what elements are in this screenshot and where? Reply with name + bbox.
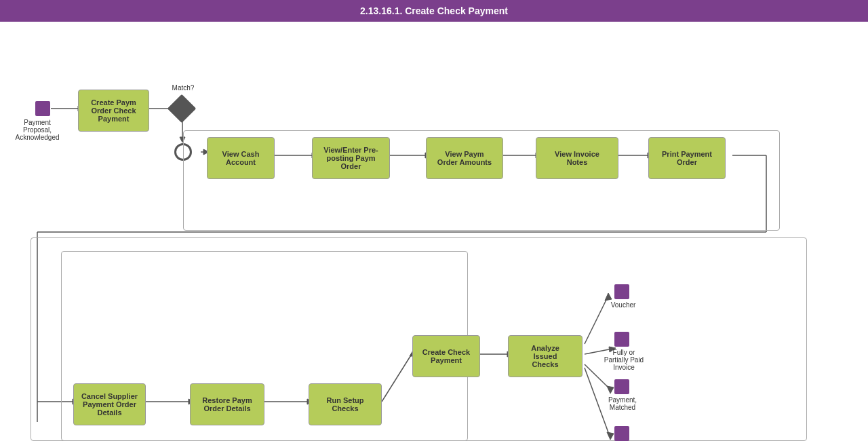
view-paym-amounts-box[interactable]: View PaymOrder Amounts — [426, 137, 503, 179]
start-label: PaymentProposal,Acknowledged — [10, 119, 64, 141]
gateway-diamond — [167, 94, 196, 123]
view-enter-label: View/Enter Pre-posting PaymOrder — [323, 146, 378, 170]
analyze-checks-box[interactable]: AnalyzeIssuedChecks — [508, 335, 583, 377]
payment-matched-label: Payment,Matched — [595, 396, 650, 411]
view-invoice-box[interactable]: View InvoiceNotes — [536, 137, 618, 179]
start-event — [35, 101, 50, 116]
view-cash-label: View CashAccount — [222, 150, 260, 166]
payment-matched-box — [614, 379, 629, 394]
page-title: 2.13.16.1. Create Check Payment — [360, 5, 508, 16]
view-paym-amounts-label: View PaymOrder Amounts — [437, 150, 492, 166]
voucher-label: Voucher — [599, 301, 647, 309]
check-cashed-box — [614, 426, 629, 441]
create-paym-label: Create PaymOrder CheckPayment — [91, 98, 136, 123]
view-enter-box[interactable]: View/Enter Pre-posting PaymOrder — [312, 137, 390, 179]
canvas: PaymentProposal,Acknowledged Create Paym… — [0, 22, 868, 441]
cancel-supplier-box[interactable]: Cancel SupplierPayment OrderDetails — [73, 383, 146, 425]
create-check-box[interactable]: Create CheckPayment — [412, 335, 480, 377]
restore-paym-label: Restore PaymOrder Details — [202, 396, 252, 413]
cancel-supplier-label: Cancel SupplierPayment OrderDetails — [81, 392, 138, 417]
match-label: Match? — [166, 84, 200, 92]
restore-paym-box[interactable]: Restore PaymOrder Details — [190, 383, 264, 425]
create-paym-box[interactable]: Create PaymOrder CheckPayment — [78, 90, 149, 132]
view-cash-box[interactable]: View CashAccount — [207, 137, 275, 179]
print-payment-box[interactable]: Print PaymentOrder — [648, 137, 726, 179]
fully-paid-label: Fully orPartially PaidInvoice — [593, 349, 654, 371]
print-payment-label: Print PaymentOrder — [662, 150, 712, 166]
run-setup-label: Run SetupChecks — [327, 396, 364, 413]
run-setup-box[interactable]: Run SetupChecks — [309, 383, 382, 425]
fully-paid-box — [614, 332, 629, 347]
view-invoice-label: View InvoiceNotes — [555, 150, 599, 166]
voucher-box — [614, 284, 629, 299]
analyze-checks-label: AnalyzeIssuedChecks — [531, 344, 559, 368]
page-header: 2.13.16.1. Create Check Payment — [0, 0, 868, 22]
create-check-label: Create CheckPayment — [422, 348, 470, 364]
